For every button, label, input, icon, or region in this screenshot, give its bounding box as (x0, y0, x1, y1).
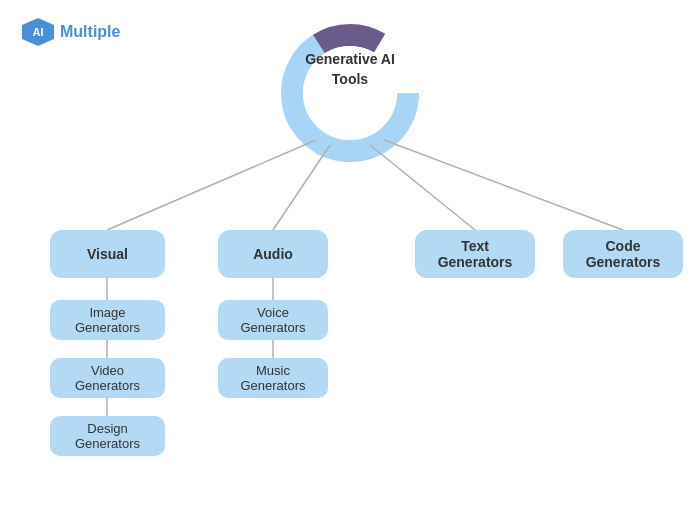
center-label: Generative AI Tools (305, 51, 395, 87)
node-text-generators: Text Generators (415, 230, 535, 278)
logo: AI Multiple (22, 18, 120, 46)
logo-text: Multiple (60, 23, 120, 41)
node-music-generators: Music Generators (218, 358, 328, 398)
node-code-generators: Code Generators (563, 230, 683, 278)
node-voice-generators: Voice Generators (218, 300, 328, 340)
node-audio-label: Audio (253, 246, 293, 262)
node-visual: Visual (50, 230, 165, 278)
node-design-gen-label: Design Generators (60, 421, 155, 451)
line-visual (107, 140, 316, 230)
line-text (370, 145, 475, 230)
node-text-gen-label: Text Generators (425, 238, 525, 270)
logo-name: Multiple (60, 23, 120, 40)
logo-icon: AI (22, 18, 54, 46)
node-visual-label: Visual (87, 246, 128, 262)
node-image-gen-label: Image Generators (60, 305, 155, 335)
node-voice-gen-label: Voice Generators (228, 305, 318, 335)
line-code (384, 140, 623, 230)
node-design-generators: Design Generators (50, 416, 165, 456)
node-audio: Audio (218, 230, 328, 278)
node-code-gen-label: Code Generators (573, 238, 673, 270)
node-image-generators: Image Generators (50, 300, 165, 340)
center-node: Generative AI Tools (300, 50, 400, 89)
node-video-gen-label: Video Generators (60, 363, 155, 393)
node-music-gen-label: Music Generators (228, 363, 318, 393)
node-video-generators: Video Generators (50, 358, 165, 398)
line-audio (273, 145, 330, 230)
